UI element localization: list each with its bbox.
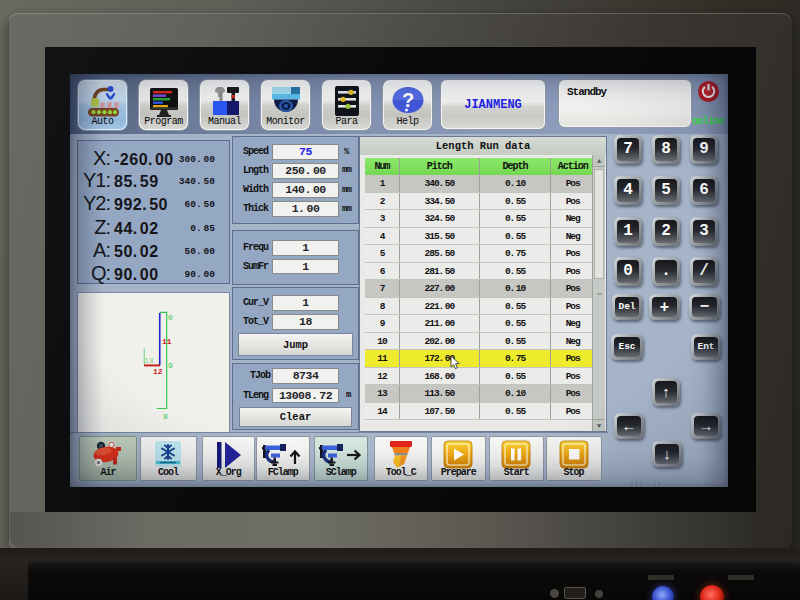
svg-text:9: 9 <box>168 361 173 370</box>
svg-text:0: 0 <box>168 313 173 322</box>
svg-text:13: 13 <box>144 356 154 365</box>
svg-text:12: 12 <box>153 367 163 376</box>
svg-text:?: ? <box>401 89 413 111</box>
svg-text:8: 8 <box>163 412 168 421</box>
svg-text:11: 11 <box>162 337 172 346</box>
